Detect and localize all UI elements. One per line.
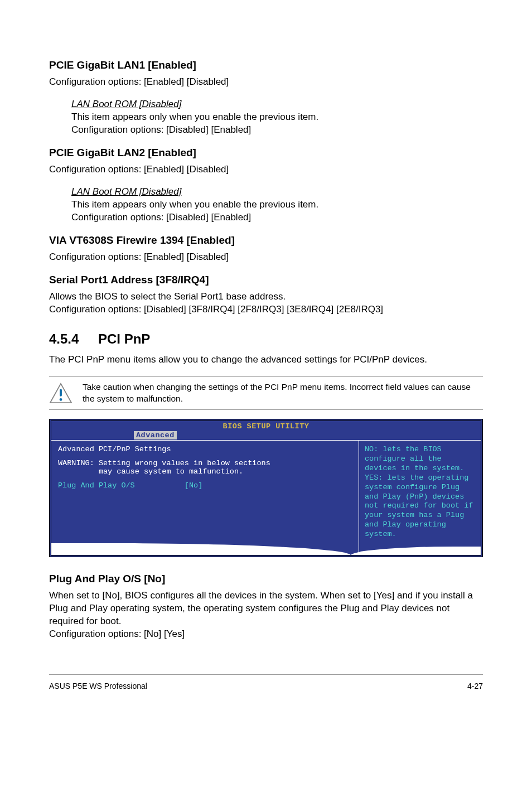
page-footer: ASUS P5E WS Professional 4-27: [49, 674, 483, 690]
sub-body-lan1: This item appears only when you enable t…: [71, 111, 483, 137]
svg-point-2: [60, 398, 62, 401]
subsection-lan2-bootrom: LAN Boot ROM [Disabled] This item appear…: [71, 186, 483, 224]
svg-rect-1: [60, 389, 62, 397]
body-serial-port: Allows the BIOS to select the Serial Por…: [49, 291, 483, 316]
bios-setup-panel: BIOS SETUP UTILITY Advanced Advanced PCI…: [49, 419, 483, 557]
caution-box: Take caution when changing the settings …: [49, 376, 483, 410]
sub-title-lan1: LAN Boot ROM [Disabled]: [71, 99, 483, 110]
bios-help-text: NO: lets the BIOS configure all the devi…: [365, 445, 475, 539]
bios-item-value: [No]: [185, 481, 202, 490]
body-pci-pnp: The PCI PnP menu items allow you to chan…: [49, 354, 483, 366]
heading-pcie-lan1: PCIE GigaBit LAN1 [Enabled]: [49, 59, 483, 71]
body-plug-and-play: When set to [No], BIOS configures all th…: [49, 590, 483, 641]
heading-via-firewire: VIA VT6308S Firewire 1394 [Enabled]: [49, 234, 483, 247]
bios-tab-advanced[interactable]: Advanced: [134, 431, 177, 439]
heading-plug-and-play: Plug And Play O/S [No]: [49, 573, 483, 585]
body-pcie-lan2: Configuration options: [Enabled] [Disabl…: [49, 163, 483, 176]
section-number: 4.5.4: [49, 331, 98, 347]
bios-title-bar: BIOS SETUP UTILITY Advanced: [51, 421, 481, 440]
body-via-firewire: Configuration options: [Enabled] [Disabl…: [49, 251, 483, 264]
bios-left-heading: Advanced PCI/PnP Settings: [58, 445, 352, 453]
sub-body-lan2: This item appears only when you enable t…: [71, 199, 483, 224]
bios-left-pane: Advanced PCI/PnP Settings WARNING: Setti…: [51, 441, 359, 555]
bios-warning-line2: may cause system to malfunction.: [58, 467, 352, 476]
bios-body: Advanced PCI/PnP Settings WARNING: Setti…: [51, 441, 481, 555]
warning-icon: [49, 383, 72, 404]
caution-text: Take caution when changing the settings …: [83, 381, 483, 405]
bios-right-pane: NO: lets the BIOS configure all the devi…: [359, 441, 481, 555]
bios-warning-line1: WARNING: Setting wrong values in below s…: [58, 459, 352, 467]
footer-right: 4-27: [467, 682, 483, 690]
heading-pci-pnp: 4.5.4PCI PnP: [49, 331, 483, 347]
heading-pcie-lan2: PCIE GigaBit LAN2 [Enabled]: [49, 147, 483, 159]
bios-item-label: Plug And Play O/S: [58, 481, 135, 490]
footer-left: ASUS P5E WS Professional: [49, 682, 147, 690]
body-pcie-lan1: Configuration options: [Enabled] [Disabl…: [49, 76, 483, 89]
bios-item-plug-and-play[interactable]: Plug And Play O/S [No]: [58, 481, 352, 490]
section-title: PCI PnP: [98, 331, 150, 346]
bios-title: BIOS SETUP UTILITY: [223, 422, 309, 431]
heading-serial-port: Serial Port1 Address [3F8/IRQ4]: [49, 274, 483, 286]
sub-title-lan2: LAN Boot ROM [Disabled]: [71, 186, 483, 197]
subsection-lan1-bootrom: LAN Boot ROM [Disabled] This item appear…: [71, 99, 483, 137]
